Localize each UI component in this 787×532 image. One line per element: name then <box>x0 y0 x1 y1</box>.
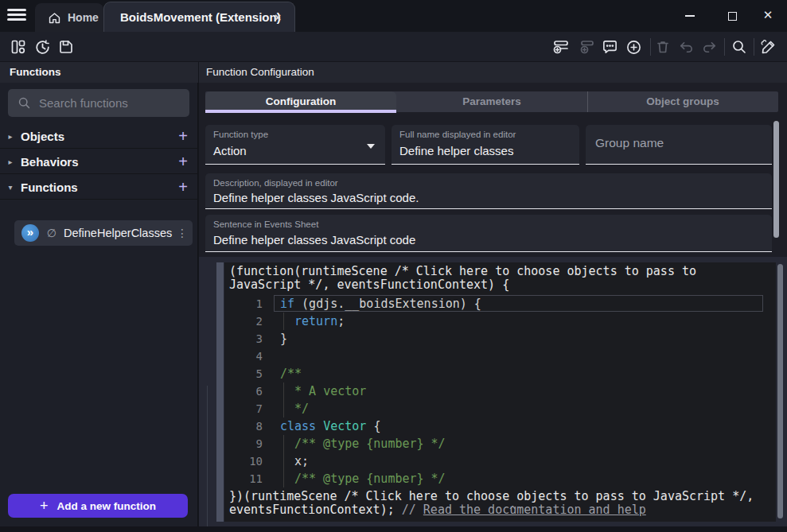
code-lines: 1if (gdjs.__boidsExtension) {2return;3}4… <box>224 295 776 487</box>
line-number: 10 <box>224 452 263 470</box>
tab-extension[interactable]: BoidsMovement (Extension) × <box>103 2 295 32</box>
window-maximize-button[interactable] <box>720 5 744 25</box>
add-new-function-label: Add a new function <box>57 500 157 512</box>
delete-button[interactable] <box>654 38 672 56</box>
tab-object-groups[interactable]: Object groups <box>587 91 778 112</box>
current-line-highlight <box>274 295 763 312</box>
form-scrollbar[interactable] <box>773 121 779 238</box>
chevron-down-icon: ▾ <box>0 183 21 192</box>
code-scrollbar[interactable] <box>777 264 783 518</box>
event-indent-line <box>207 386 208 526</box>
functions-panel-header: Functions <box>0 62 198 83</box>
edit-extension-icon <box>760 38 777 56</box>
save-button[interactable] <box>57 38 75 56</box>
code-line[interactable]: 7 */ <box>224 400 776 417</box>
tab-home[interactable]: Home <box>35 3 103 32</box>
layout-panels-icon <box>10 39 26 55</box>
item-menu-button[interactable]: ⋮ <box>172 227 193 239</box>
documentation-link[interactable]: Read the documentation and help <box>423 503 646 517</box>
add-new-function-button[interactable]: + Add a new function <box>8 494 188 518</box>
search-icon <box>18 96 31 110</box>
functions-sidebar: Search functions ▸ Objects + ▸ Behaviors… <box>0 83 198 526</box>
indent-guide <box>283 470 284 487</box>
add-behavior-button[interactable]: + <box>168 153 198 171</box>
events-sheet: (function(runtimeScene /* Click here to … <box>199 257 787 526</box>
function-type-select[interactable]: Function type Action <box>205 125 385 165</box>
sentence-input[interactable]: Sentence in Events Sheet Define helper c… <box>205 215 772 252</box>
minimize-icon <box>685 15 695 17</box>
add-function-button[interactable]: + <box>168 178 198 196</box>
search-events-button[interactable] <box>731 38 748 56</box>
event-drag-handle[interactable] <box>216 262 224 522</box>
chevron-right-icon: ▸ <box>0 157 21 166</box>
code-line[interactable]: 3} <box>224 330 776 348</box>
tab-parameters[interactable]: Parameters <box>396 91 587 112</box>
group-name-input[interactable]: Group name <box>586 125 772 165</box>
code-line[interactable]: 8class Vector { <box>224 417 776 435</box>
open-project-manager-button[interactable] <box>10 38 27 56</box>
full-name-input[interactable]: Full name displayed in editor Define hel… <box>392 125 579 165</box>
sidebar-section-behaviors[interactable]: ▸ Behaviors + <box>0 150 198 174</box>
code-line[interactable]: 11/** @type {number} */ <box>224 470 776 487</box>
function-icon: » <box>21 224 39 242</box>
code-line[interactable]: 10x; <box>224 452 776 470</box>
history-button[interactable] <box>33 38 51 56</box>
line-number: 9 <box>224 435 263 452</box>
collapse-caret[interactable]: ^ <box>509 504 516 517</box>
indent-guide <box>283 452 284 470</box>
function-configuration-header: Function Configuration <box>199 62 787 83</box>
code-line[interactable]: 2return; <box>224 313 776 330</box>
edit-extension-button[interactable] <box>760 38 777 56</box>
line-number: 5 <box>224 365 263 382</box>
config-tabs-bar: Configuration Parameters Object groups <box>205 91 778 112</box>
function-item-label: DefineHelperClasses <box>64 227 172 239</box>
add-object-button[interactable]: + <box>168 127 198 146</box>
toolbar-separator <box>754 38 754 56</box>
sidebar-section-functions[interactable]: ▾ Functions + <box>0 175 198 200</box>
indent-guide <box>283 435 284 452</box>
window-close-button[interactable]: ✕ <box>756 5 780 25</box>
search-icon <box>731 39 747 55</box>
window-minimize-button[interactable] <box>678 5 702 25</box>
dropdown-arrow-icon <box>367 144 375 149</box>
toolbar-separator <box>650 38 651 56</box>
function-item-definehelperclasses[interactable]: » ∅ DefineHelperClasses ⋮ <box>14 220 193 246</box>
line-number: 4 <box>224 348 263 365</box>
window-bottom-edge <box>0 526 787 532</box>
chevron-right-icon: ▸ <box>0 132 21 141</box>
tab-configuration[interactable]: Configuration <box>205 91 396 112</box>
sidebar-section-objects[interactable]: ▸ Objects + <box>0 124 198 149</box>
redo-button[interactable] <box>700 38 718 56</box>
comment-bubble-icon <box>602 39 618 56</box>
tab-close-icon[interactable]: × <box>271 10 285 25</box>
code-line[interactable]: 6 * A vector <box>224 382 776 400</box>
redo-icon <box>701 39 718 56</box>
line-number: 8 <box>224 417 263 435</box>
add-subevent-button[interactable] <box>578 38 595 56</box>
description-input[interactable]: Description, displayed in editor Define … <box>205 173 772 209</box>
search-functions-input[interactable]: Search functions <box>8 89 189 117</box>
code-wrapper-header[interactable]: (function(runtimeScene /* Click here to … <box>229 265 768 292</box>
line-number: 3 <box>224 330 263 348</box>
add-other-event-button[interactable] <box>625 38 642 56</box>
code-line[interactable]: 4 <box>224 348 776 365</box>
code-line[interactable]: 5/** <box>224 365 776 382</box>
search-placeholder: Search functions <box>39 96 128 110</box>
app-window: Home BoidsMovement (Extension) × ✕ <box>0 0 787 532</box>
plus-icon: + <box>40 498 49 515</box>
toolbar: Preview Share <box>0 32 787 62</box>
main-menu-button[interactable] <box>7 9 26 23</box>
line-number: 11 <box>224 470 263 487</box>
code-line[interactable]: 9/** @type {number} */ <box>224 435 776 452</box>
add-comment-button[interactable] <box>601 38 618 56</box>
indent-guide <box>283 400 284 417</box>
home-icon <box>48 11 61 25</box>
add-event-icon <box>552 38 570 56</box>
indent-guide <box>283 382 284 400</box>
hamburger-icon <box>7 9 26 11</box>
add-event-button[interactable] <box>552 38 570 56</box>
js-code-event[interactable]: (function(runtimeScene /* Click here to … <box>224 262 776 522</box>
code-wrapper-footer[interactable]: })(runtimeScene /* Click here to choose … <box>229 490 768 517</box>
code-line[interactable]: 1if (gdjs.__boidsExtension) { <box>224 295 776 313</box>
undo-button[interactable] <box>677 38 695 56</box>
